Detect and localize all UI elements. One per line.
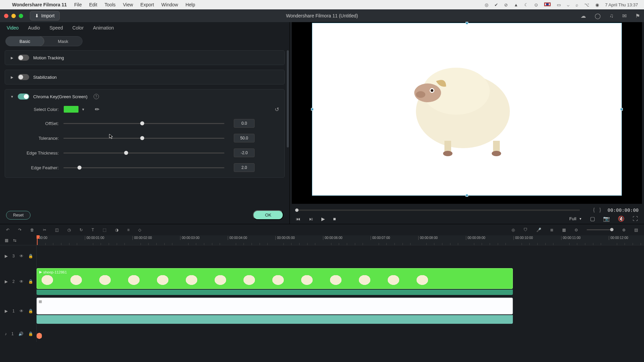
menu-window[interactable]: Window (161, 2, 178, 7)
tab-audio[interactable]: Audio (28, 25, 40, 31)
zoom-in-icon[interactable]: ⊕ (622, 228, 626, 232)
mark-out-icon[interactable]: ｝ (599, 206, 604, 214)
resize-handle[interactable] (466, 22, 468, 24)
delete-icon[interactable]: 🗑 (30, 228, 34, 232)
edge-feather-value[interactable]: 2.0 (234, 163, 255, 172)
moon-icon[interactable]: ☾ (524, 2, 528, 7)
chevron-right-icon[interactable]: ▶ (10, 56, 14, 60)
section-motion-tracking[interactable]: ▶ Motion Tracking (5, 50, 285, 65)
subtab-mask[interactable]: Mask (44, 37, 82, 46)
message-icon[interactable]: ✉ (622, 13, 627, 19)
lock-icon[interactable]: 🔒 (28, 254, 33, 258)
eye-icon[interactable]: 👁 (19, 309, 23, 313)
link-icon[interactable]: ⇆ (13, 238, 16, 243)
tab-speed[interactable]: Speed (49, 25, 63, 31)
clip-audio[interactable] (37, 315, 513, 324)
control-center-icon[interactable]: ⌥ (584, 2, 589, 7)
resize-handle[interactable] (311, 108, 314, 111)
playhead[interactable] (37, 235, 38, 245)
play-button[interactable]: ▶ (321, 216, 325, 222)
lock-icon[interactable]: 🔒 (28, 279, 33, 284)
shield-icon[interactable]: ⛉ (524, 228, 528, 232)
close-icon[interactable] (4, 14, 8, 18)
zoom-out-icon[interactable]: ⊖ (575, 228, 578, 232)
status-icon[interactable]: ▲ (514, 2, 518, 7)
timeline-clip[interactable]: ▦ (37, 298, 513, 314)
snapshot-icon[interactable]: 📷 (603, 216, 610, 222)
tab-color[interactable]: Color (72, 25, 84, 31)
chroma-key-toggle[interactable] (18, 94, 29, 100)
target-icon[interactable]: ◎ (512, 228, 515, 232)
menu-file[interactable]: File (74, 2, 82, 7)
marker-icon[interactable]: ⬚ (103, 228, 106, 232)
zoom-slider[interactable] (587, 229, 613, 230)
speed-icon[interactable]: ◷ (67, 228, 71, 232)
edge-thickness-slider[interactable] (63, 153, 224, 154)
wifi-icon[interactable]: ⌵ (567, 2, 570, 7)
lock-icon[interactable]: 🔒 (28, 331, 33, 336)
mark-in-icon[interactable]: ｛ (590, 206, 595, 214)
chevron-down-icon[interactable]: ▼ (82, 108, 86, 111)
flag-icon[interactable] (544, 2, 551, 7)
mute-icon[interactable]: 🔇 (618, 216, 625, 222)
reset-button[interactable]: Reset (6, 211, 31, 220)
minimize-icon[interactable] (11, 14, 16, 18)
status-icon[interactable]: ◎ (485, 2, 488, 7)
display-icon[interactable]: ▢ (590, 216, 595, 222)
resize-handle[interactable] (620, 108, 623, 111)
siri-icon[interactable]: ◉ (595, 2, 599, 7)
status-icon[interactable]: ⊘ (504, 2, 508, 7)
menu-export[interactable]: Export (141, 2, 154, 7)
preview-viewport[interactable] (292, 22, 642, 204)
edge-feather-slider[interactable] (63, 167, 224, 168)
preview-canvas[interactable] (312, 23, 622, 196)
edge-thickness-value[interactable]: -2.0 (234, 148, 255, 157)
redo-icon[interactable]: ↷ (18, 228, 21, 232)
offset-value[interactable]: 0.0 (234, 119, 255, 128)
cut-icon[interactable]: ✂ (43, 228, 46, 232)
color-icon[interactable]: ◑ (115, 228, 118, 232)
menu-edit[interactable]: Edit (89, 2, 97, 7)
tolerance-slider[interactable] (63, 138, 224, 139)
status-icon[interactable]: ✔ (494, 2, 498, 7)
section-stabilization[interactable]: ▶ Stabilization (5, 70, 285, 84)
tolerance-value[interactable]: 50.0 (234, 134, 255, 142)
audio-blob[interactable] (37, 332, 42, 340)
tab-video[interactable]: Video (7, 25, 19, 31)
tab-animation[interactable]: Animation (93, 25, 114, 31)
stabilization-toggle[interactable] (18, 74, 29, 80)
menu-help[interactable]: Help (185, 2, 195, 7)
battery-icon[interactable]: ▭ (557, 2, 561, 7)
ok-button[interactable]: OK (253, 210, 283, 220)
import-button[interactable]: ⬇ Import (30, 11, 60, 20)
play-pause-button[interactable]: ⏯ (309, 216, 313, 222)
color-swatch[interactable] (63, 106, 79, 113)
lock-icon[interactable]: 🔒 (28, 309, 33, 313)
offset-slider[interactable] (63, 123, 224, 124)
search-icon[interactable]: ⌕ (576, 2, 578, 7)
stop-button[interactable]: ■ (333, 216, 336, 222)
resize-handle[interactable] (466, 194, 468, 197)
clock[interactable]: 7 April Thu 13:37 (605, 2, 638, 7)
menu-view[interactable]: View (123, 2, 133, 7)
keyframe-icon[interactable]: ◇ (138, 228, 141, 232)
mic-icon[interactable]: 🎤 (536, 228, 541, 232)
info-icon[interactable]: ? (94, 94, 99, 99)
menu-tools[interactable]: Tools (105, 2, 116, 7)
status-icon[interactable]: ⊙ (534, 2, 538, 7)
eye-icon[interactable]: 👁 (19, 254, 23, 258)
undo-icon[interactable]: ↶ (6, 228, 9, 232)
chevron-down-icon[interactable]: ▼ (10, 95, 14, 99)
text-icon[interactable]: T (92, 228, 94, 232)
motion-tracking-toggle[interactable] (18, 55, 29, 61)
timeline-ruler[interactable]: 00:0000:00:01:0000:00:02:0000:00:03:0000… (37, 235, 644, 245)
timeline-clip[interactable]: ▶sheep-112861 (37, 268, 513, 289)
adjust-icon[interactable]: ≡ (127, 228, 129, 232)
headphone-icon[interactable]: ♫ (609, 13, 613, 19)
grid-icon[interactable]: ▦ (562, 228, 566, 232)
subtab-basic[interactable]: Basic (5, 36, 44, 46)
cloud-icon[interactable]: ☁ (581, 13, 586, 19)
chevron-right-icon[interactable]: ▶ (10, 75, 14, 79)
account-icon[interactable]: ◯ (595, 13, 601, 19)
eyedropper-icon[interactable]: ✎ (93, 106, 101, 113)
